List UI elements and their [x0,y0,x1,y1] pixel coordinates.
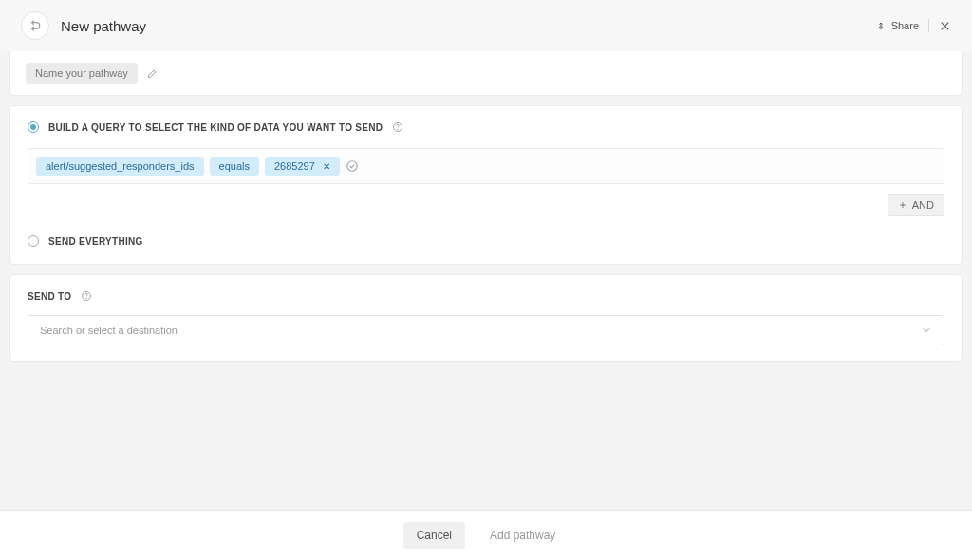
send-to-heading-row: SEND TO [28,290,944,302]
query-builder-box: alert/suggested_responders_ids equals 26… [28,148,944,184]
chip-value[interactable]: 2685297 ✕ [265,157,340,176]
chip-value-label: 2685297 [274,160,315,172]
send-to-card: SEND TO Search or select a destination [9,274,963,362]
and-label: AND [912,199,934,211]
destination-select[interactable]: Search or select a destination [28,315,944,345]
and-row: AND [28,194,944,216]
header: New pathway Share [0,0,972,51]
send-everything-section: SEND EVERYTHING [10,232,962,264]
send-everything-label: SEND EVERYTHING [48,236,143,247]
content: Name your pathway BUILD A QUERY TO SELEC… [0,51,972,510]
and-button[interactable]: AND [888,194,944,216]
footer: Cancel Add pathway [0,510,972,560]
build-query-radio[interactable] [28,121,39,133]
chip-remove-icon[interactable]: ✕ [323,161,330,172]
help-icon[interactable] [81,290,92,302]
svg-point-9 [86,298,87,299]
svg-rect-0 [879,27,882,28]
share-button[interactable]: Share [875,20,919,31]
divider [928,19,929,32]
send-everything-row: SEND EVERYTHING [28,235,944,247]
send-everything-radio[interactable] [28,235,39,247]
query-card: BUILD A QUERY TO SELECT THE KIND OF DATA… [9,105,963,265]
destination-placeholder: Search or select a destination [40,325,178,336]
help-icon[interactable] [392,121,403,133]
share-icon [875,20,887,31]
check-icon [346,159,359,173]
chip-operator[interactable]: equals [210,157,259,176]
share-label: Share [891,20,919,31]
svg-point-4 [398,129,399,130]
header-left: New pathway [21,11,146,40]
add-pathway-button[interactable]: Add pathway [477,522,569,549]
chip-field[interactable]: alert/suggested_responders_ids [36,157,204,176]
chip-operator-label: equals [219,160,250,172]
build-query-heading-row: BUILD A QUERY TO SELECT THE KIND OF DATA… [28,121,944,133]
edit-icon[interactable] [147,67,159,79]
name-input[interactable]: Name your pathway [26,63,138,84]
name-row: Name your pathway [9,51,963,96]
plus-icon [898,200,907,210]
header-right: Share [875,19,951,32]
chip-field-label: alert/suggested_responders_ids [46,160,195,172]
page-title: New pathway [61,18,146,34]
chevron-down-icon [921,325,932,336]
cancel-button[interactable]: Cancel [403,522,465,549]
close-button[interactable] [939,20,951,32]
svg-point-5 [347,161,358,172]
pathway-icon [21,11,49,40]
build-query-section: BUILD A QUERY TO SELECT THE KIND OF DATA… [10,106,962,232]
send-to-heading: SEND TO [28,291,71,302]
send-to-section: SEND TO Search or select a destination [10,275,962,361]
build-query-heading: BUILD A QUERY TO SELECT THE KIND OF DATA… [48,122,383,133]
